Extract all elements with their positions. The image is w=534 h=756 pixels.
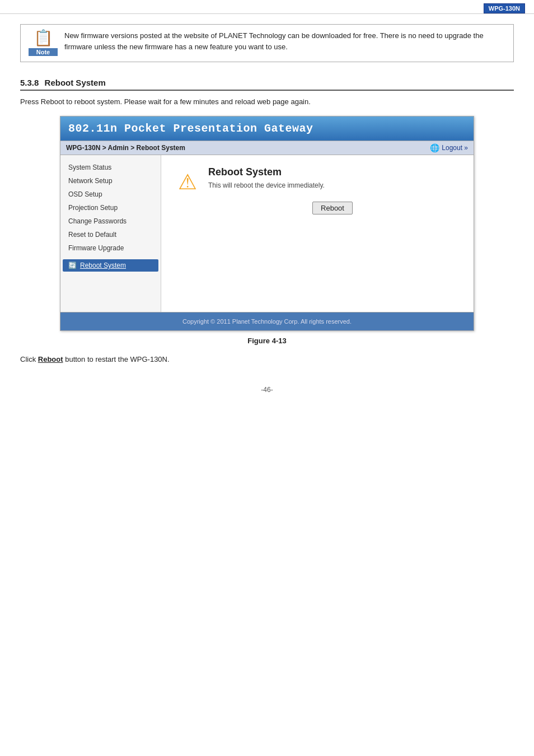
click-bold: Reboot — [38, 355, 63, 363]
gateway-header: 802.11n Pocket Presentation Gateway — [60, 116, 474, 141]
copyright-text: Copyright © 2011 Planet Technology Corp.… — [182, 318, 352, 325]
reboot-button[interactable]: Reboot — [312, 202, 353, 214]
section-title: Reboot System — [45, 78, 106, 87]
active-item-label: Reboot System — [80, 262, 126, 269]
note-document-icon: 📋 — [29, 30, 58, 46]
gateway-widget: 802.11n Pocket Presentation Gateway WPG-… — [60, 116, 474, 331]
note-text: New firmware versions posted at the webs… — [64, 30, 505, 52]
sidebar-item-firmware-upgrade[interactable]: Firmware Upgrade — [60, 241, 161, 255]
logout-label: Logout » — [442, 144, 468, 152]
active-item-icon: 🔄 — [68, 262, 77, 269]
note-label: Note — [29, 48, 58, 56]
click-instruction: Click Reboot button to restart the WPG-1… — [20, 355, 514, 363]
sidebar-item-projection-setup[interactable]: Projection Setup — [60, 201, 161, 214]
section-description: Press Reboot to reboot system. Please wa… — [20, 97, 514, 106]
sidebar-item-change-passwords[interactable]: Change Passwords — [60, 214, 161, 228]
reboot-description: This will reboot the device immediately. — [208, 181, 457, 189]
reboot-content: Reboot System This will reboot the devic… — [208, 166, 457, 214]
sidebar-item-system-status[interactable]: System Status — [60, 161, 161, 174]
sidebar-item-network-setup[interactable]: Network Setup — [60, 174, 161, 188]
section-number: 5.3.8 — [20, 78, 39, 87]
logout-icon: 🌐 — [430, 143, 439, 152]
gateway-body: System Status Network Setup OSD Setup Pr… — [60, 155, 474, 312]
gateway-title: 802.11n Pocket Presentation Gateway — [68, 122, 313, 135]
note-box: 📋 Note New firmware versions posted at t… — [20, 24, 514, 62]
sidebar-item-osd-setup[interactable]: OSD Setup — [60, 188, 161, 201]
click-post: button to restart the WPG-130N. — [63, 355, 170, 363]
gateway-navbar: WPG-130N > Admin > Reboot System 🌐 Logou… — [60, 141, 474, 155]
figure-label: Figure 4-13 — [20, 337, 514, 345]
breadcrumb: WPG-130N > Admin > Reboot System — [66, 144, 185, 152]
reboot-title: Reboot System — [208, 166, 457, 178]
gateway-footer: Copyright © 2011 Planet Technology Corp.… — [60, 312, 474, 330]
logout-button[interactable]: 🌐 Logout » — [430, 143, 468, 152]
wpg-badge: WPG-130N — [484, 3, 525, 13]
section-heading: 5.3.8 Reboot System — [20, 78, 514, 91]
gateway-main-content: ⚠ Reboot System This will reboot the dev… — [161, 155, 474, 312]
sidebar-active-item[interactable]: 🔄 Reboot System — [63, 259, 158, 272]
sidebar: System Status Network Setup OSD Setup Pr… — [60, 155, 161, 312]
sidebar-item-reset-to-default[interactable]: Reset to Default — [60, 228, 161, 241]
note-icon-area: 📋 Note — [29, 30, 58, 56]
click-pre: Click — [20, 355, 38, 363]
warning-icon: ⚠ — [178, 170, 197, 194]
page-number: -46- — [20, 386, 514, 394]
